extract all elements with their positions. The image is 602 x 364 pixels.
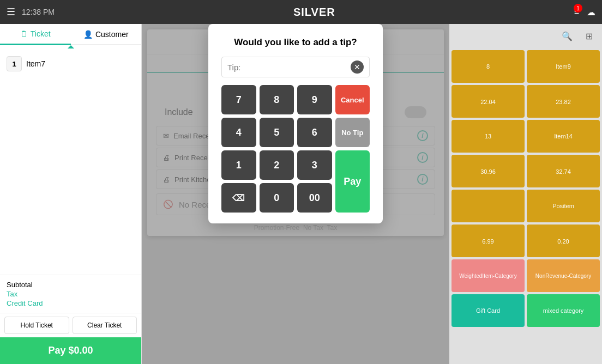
grid-item[interactable]: 8 xyxy=(452,50,525,83)
subtotal-row: Subtotal xyxy=(7,281,135,289)
grid-view-button[interactable]: ⊞ xyxy=(580,27,598,45)
numpad-8[interactable]: 8 xyxy=(260,85,294,114)
ticket-icon: 🗒 xyxy=(20,29,28,38)
cancel-button[interactable]: Cancel xyxy=(335,85,370,114)
top-bar-left: ☰ 12:38 PM xyxy=(7,6,55,18)
hold-ticket-button[interactable]: Hold Ticket xyxy=(4,317,69,334)
app-title: SILVER xyxy=(293,6,335,19)
grid-item[interactable] xyxy=(452,190,525,222)
grid-item[interactable]: 23.82 xyxy=(527,85,600,118)
grid-item[interactable]: Item14 xyxy=(527,120,600,153)
notification-badge: 1 xyxy=(574,4,582,13)
tax-label: Tax xyxy=(7,290,17,298)
top-bar: ☰ 12:38 PM SILVER ≡ 1 ☁ xyxy=(0,0,602,24)
clock: 12:38 PM xyxy=(22,8,55,16)
left-panel: 🗒 Ticket 👤 Customer 1 Item7 Subtotal xyxy=(0,24,142,364)
top-bar-right: ≡ 1 ☁ xyxy=(574,7,595,17)
credit-card-row: Credit Card xyxy=(7,299,135,307)
numpad-0[interactable]: 0 xyxy=(260,183,294,213)
tip-modal: Would you like to add a tip? ✕ 7 8 9 Can… xyxy=(208,24,383,223)
right-top-bar: 🔍 ⊞ xyxy=(449,24,602,48)
ticket-actions: Hold Ticket Clear Ticket xyxy=(0,313,141,337)
search-button[interactable]: 🔍 xyxy=(558,27,576,45)
tip-modal-overlay: Would you like to add a tip? ✕ 7 8 9 Can… xyxy=(142,24,449,364)
notifications-button[interactable]: ≡ 1 xyxy=(574,7,579,17)
ticket-items-list: 1 Item7 xyxy=(0,48,141,275)
numpad-2[interactable]: 2 xyxy=(260,150,294,180)
grid-item[interactable]: NonRevenue-Category xyxy=(527,259,600,292)
numpad-3[interactable]: 3 xyxy=(297,150,332,180)
hamburger-icon[interactable]: ☰ xyxy=(7,6,15,18)
grid-item[interactable]: 22.04 xyxy=(452,85,525,118)
tab-bar: 🗒 Ticket 👤 Customer xyxy=(0,24,141,45)
pay-tip-button[interactable]: Pay xyxy=(335,150,370,213)
tax-row: Tax xyxy=(7,290,135,298)
no-tip-button[interactable]: No Tip xyxy=(335,118,370,147)
grid-item[interactable]: 30.96 xyxy=(452,155,525,187)
items-grid: 8 Item9 22.04 23.82 13 Item14 xyxy=(449,48,602,364)
numpad-7[interactable]: 7 xyxy=(221,85,256,114)
cloud-icon[interactable]: ☁ xyxy=(587,7,595,17)
tab-ticket[interactable]: 🗒 Ticket xyxy=(0,24,71,45)
numpad-9[interactable]: 9 xyxy=(297,85,332,114)
tip-modal-title: Would you like to add a tip? xyxy=(221,37,370,48)
numpad-1[interactable]: 1 xyxy=(221,150,256,180)
clear-ticket-button[interactable]: Clear Ticket xyxy=(73,317,137,334)
numpad-00[interactable]: 00 xyxy=(297,183,332,213)
grid-item[interactable]: Gift Card xyxy=(452,294,525,327)
item-qty: 1 xyxy=(7,56,22,71)
numpad-6[interactable]: 6 xyxy=(297,118,332,147)
grid-item[interactable]: Positem xyxy=(527,190,600,222)
customer-icon: 👤 xyxy=(83,30,93,39)
grid-item[interactable]: mixed category xyxy=(527,294,600,327)
table-row[interactable]: 1 Item7 xyxy=(4,53,137,75)
ticket-totals: Subtotal Tax Credit Card xyxy=(0,275,141,313)
tip-input-container: ✕ xyxy=(221,57,370,77)
numpad-5[interactable]: 5 xyxy=(260,118,294,147)
numpad-4[interactable]: 4 xyxy=(221,118,256,147)
credit-card-label: Credit Card xyxy=(7,299,43,307)
tip-clear-button[interactable]: ✕ xyxy=(351,60,364,74)
grid-item[interactable]: 6.99 xyxy=(452,225,525,257)
grid-item[interactable]: 13 xyxy=(452,120,525,153)
grid-item[interactable]: WeightedItem-Category xyxy=(452,259,525,292)
subtotal-label: Subtotal xyxy=(7,281,33,289)
numpad-backspace[interactable]: ⌫ xyxy=(221,183,256,213)
right-panel: 🔍 ⊞ 8 Item9 22.04 23.82 xyxy=(449,24,602,364)
item-name: Item7 xyxy=(26,59,45,68)
grid-item[interactable]: Item9 xyxy=(527,50,600,83)
middle-panel: Receipt Ticket #39900002 Tip $0.00 Inclu… xyxy=(142,24,449,364)
grid-item[interactable]: 0.20 xyxy=(527,225,600,257)
numpad: 7 8 9 Cancel 4 5 6 No Tip 1 2 3 Pay xyxy=(221,85,370,213)
pay-button[interactable]: Pay $0.00 xyxy=(0,337,141,364)
grid-item[interactable]: 32.74 xyxy=(527,155,600,187)
tab-customer[interactable]: 👤 Customer xyxy=(71,24,142,44)
tip-input[interactable] xyxy=(227,63,347,72)
